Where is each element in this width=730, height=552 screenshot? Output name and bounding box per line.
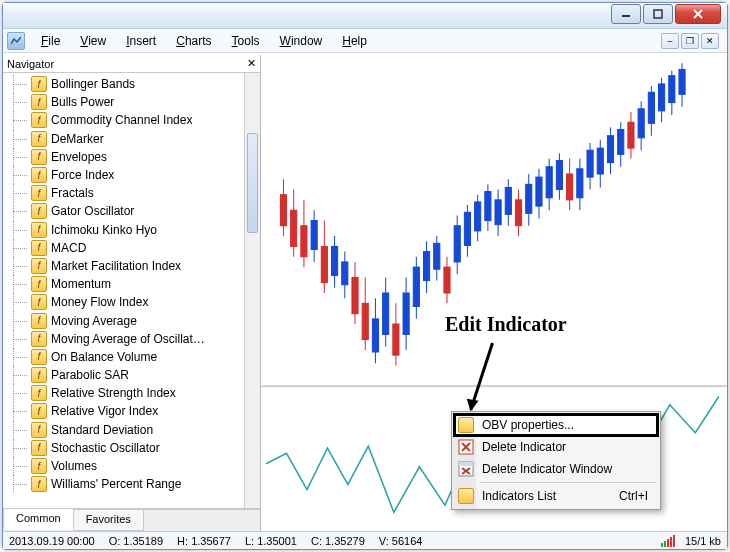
navigator-item-label: Fractals bbox=[51, 186, 94, 200]
navigator-item[interactable]: fCommodity Channel Index bbox=[3, 111, 244, 129]
navigator-title-bar: Navigator ✕ bbox=[3, 55, 260, 73]
svg-rect-39 bbox=[413, 267, 419, 306]
menu-window[interactable]: Window bbox=[270, 30, 333, 52]
navigator-item[interactable]: fMomentum bbox=[3, 275, 244, 293]
navigator-item[interactable]: fBollinger Bands bbox=[3, 75, 244, 93]
mdi-minimize-button[interactable]: – bbox=[661, 33, 679, 49]
svg-rect-47 bbox=[464, 212, 470, 245]
svg-rect-29 bbox=[332, 246, 338, 275]
menu-tools[interactable]: Tools bbox=[222, 30, 270, 52]
navigator-item[interactable]: fWilliams' Percent Range bbox=[3, 475, 244, 493]
navigator-item-label: DeMarker bbox=[51, 132, 104, 146]
window-close-button[interactable] bbox=[675, 4, 721, 24]
menu-insert[interactable]: Insert bbox=[116, 30, 166, 52]
cm-shortcut: Ctrl+I bbox=[619, 489, 648, 503]
indicator-icon: f bbox=[31, 385, 47, 401]
menu-file[interactable]: File bbox=[31, 30, 70, 52]
svg-rect-13 bbox=[352, 277, 358, 313]
navigator-item[interactable]: fIchimoku Kinko Hyo bbox=[3, 221, 244, 239]
indicator-icon: f bbox=[31, 276, 47, 292]
tab-favorites[interactable]: Favorites bbox=[73, 510, 144, 531]
navigator-item[interactable]: fMACD bbox=[3, 239, 244, 257]
app-window: File View Insert Charts Tools Window Hel… bbox=[2, 2, 728, 550]
window-minimize-button[interactable] bbox=[611, 4, 641, 24]
svg-rect-57 bbox=[526, 184, 532, 213]
context-menu-item-delete-indicator[interactable]: Delete Indicator bbox=[454, 436, 658, 458]
indicator-icon: f bbox=[31, 185, 47, 201]
indicator-icon: f bbox=[31, 458, 47, 474]
svg-rect-61 bbox=[546, 167, 552, 198]
status-open: O: 1.35189 bbox=[109, 535, 163, 547]
tab-common[interactable]: Common bbox=[3, 509, 74, 530]
svg-rect-7 bbox=[291, 210, 297, 246]
context-menu-item-obv-properties[interactable]: OBV properties... bbox=[454, 414, 658, 436]
navigator-item[interactable]: fOn Balance Volume bbox=[3, 348, 244, 366]
window-maximize-button[interactable] bbox=[643, 4, 673, 24]
navigator-item[interactable]: fRelative Strength Index bbox=[3, 384, 244, 402]
navigator-close-button[interactable]: ✕ bbox=[244, 56, 258, 70]
navigator-item[interactable]: fParabolic SAR bbox=[3, 366, 244, 384]
svg-rect-73 bbox=[618, 130, 624, 155]
menu-view[interactable]: View bbox=[70, 30, 116, 52]
navigator-item[interactable]: fMoney Flow Index bbox=[3, 293, 244, 311]
svg-rect-59 bbox=[536, 177, 542, 206]
indicator-icon: f bbox=[31, 222, 47, 238]
svg-rect-63 bbox=[556, 161, 562, 190]
navigator-item-label: Stochastic Oscillator bbox=[51, 441, 160, 455]
context-menu: OBV properties... Delete Indicator Delet… bbox=[451, 411, 661, 510]
svg-rect-23 bbox=[567, 174, 573, 200]
mdi-close-button[interactable]: ✕ bbox=[701, 33, 719, 49]
delete-icon bbox=[458, 439, 474, 455]
navigator-item-label: Ichimoku Kinko Hyo bbox=[51, 223, 157, 237]
svg-rect-77 bbox=[648, 92, 654, 123]
svg-rect-49 bbox=[475, 202, 481, 231]
indicator-icon: f bbox=[31, 112, 47, 128]
svg-rect-15 bbox=[362, 303, 368, 339]
status-bandwidth: 15/1 kb bbox=[685, 535, 721, 547]
svg-rect-9 bbox=[301, 226, 307, 257]
svg-rect-31 bbox=[342, 262, 348, 285]
navigator-item-label: Williams' Percent Range bbox=[51, 477, 181, 491]
navigator-item-label: Bulls Power bbox=[51, 95, 114, 109]
navigator-item[interactable]: fStochastic Oscillator bbox=[3, 439, 244, 457]
svg-rect-19 bbox=[444, 267, 450, 293]
navigator-item[interactable]: fFractals bbox=[3, 184, 244, 202]
svg-rect-53 bbox=[495, 200, 501, 225]
navigator-item[interactable]: fRelative Vigor Index bbox=[3, 402, 244, 420]
context-menu-item-delete-indicator-window[interactable]: Delete Indicator Window bbox=[454, 458, 658, 480]
svg-rect-81 bbox=[669, 76, 675, 103]
svg-rect-21 bbox=[515, 200, 521, 226]
menu-bar: File View Insert Charts Tools Window Hel… bbox=[3, 29, 727, 53]
svg-rect-89 bbox=[459, 462, 473, 466]
navigator-item[interactable]: fForce Index bbox=[3, 166, 244, 184]
indicator-icon: f bbox=[31, 294, 47, 310]
navigator-panel: Navigator ✕ fBollinger BandsfBulls Power… bbox=[3, 55, 261, 531]
svg-rect-45 bbox=[454, 226, 460, 262]
navigator-item[interactable]: fEnvelopes bbox=[3, 148, 244, 166]
svg-rect-11 bbox=[321, 246, 327, 282]
navigator-scrollbar-thumb[interactable] bbox=[247, 133, 258, 233]
navigator-item[interactable]: fGator Oscillator bbox=[3, 202, 244, 220]
navigator-item[interactable]: fMoving Average of Oscillat… bbox=[3, 330, 244, 348]
navigator-scrollbar[interactable] bbox=[244, 73, 260, 508]
status-volume: V: 56164 bbox=[379, 535, 423, 547]
indicator-icon: f bbox=[31, 258, 47, 274]
menu-help[interactable]: Help bbox=[332, 30, 377, 52]
svg-rect-55 bbox=[505, 187, 511, 214]
mdi-restore-button[interactable]: ❐ bbox=[681, 33, 699, 49]
navigator-item[interactable]: fMarket Facilitation Index bbox=[3, 257, 244, 275]
svg-rect-41 bbox=[423, 252, 429, 281]
navigator-item[interactable]: fStandard Deviation bbox=[3, 421, 244, 439]
menu-charts[interactable]: Charts bbox=[166, 30, 221, 52]
navigator-item[interactable]: fMoving Average bbox=[3, 311, 244, 329]
navigator-item[interactable]: fBulls Power bbox=[3, 93, 244, 111]
context-menu-item-indicators-list[interactable]: Indicators List Ctrl+I bbox=[454, 485, 658, 507]
title-bar bbox=[3, 3, 727, 29]
indicator-icon: f bbox=[31, 149, 47, 165]
indicator-icon: f bbox=[31, 403, 47, 419]
navigator-item[interactable]: fDeMarker bbox=[3, 130, 244, 148]
navigator-item[interactable]: fVolumes bbox=[3, 457, 244, 475]
properties-icon bbox=[458, 417, 474, 433]
delete-window-icon bbox=[458, 461, 474, 477]
indicator-icon: f bbox=[31, 76, 47, 92]
